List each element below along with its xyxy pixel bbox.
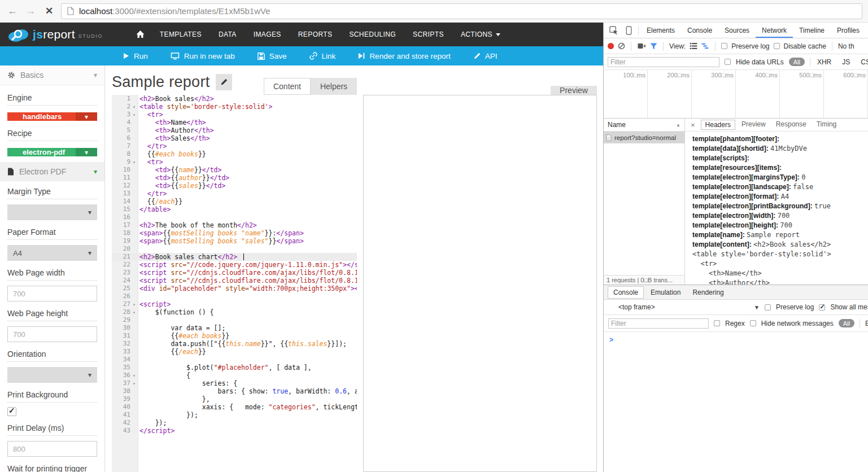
devtools-tab-profiles[interactable]: Profiles xyxy=(831,23,866,38)
code-line[interactable]: 31 {{#each books}} xyxy=(112,332,357,340)
filter-type-xhr[interactable]: XHR xyxy=(815,58,833,66)
hide-network-messages-checkbox[interactable] xyxy=(750,320,756,326)
code-line[interactable]: 40 xaxis: { mode: "categories", tickLeng… xyxy=(112,403,357,411)
console-tab-rendering[interactable]: Rendering xyxy=(687,287,729,298)
code-line[interactable]: 11 <td>{{author}}</td> xyxy=(112,174,357,182)
fold-marker-icon[interactable]: ▾ xyxy=(130,379,138,387)
requests-header[interactable]: Name ▲ xyxy=(604,119,684,132)
collapse-icon[interactable]: ▾ xyxy=(94,71,97,79)
regex-checkbox[interactable] xyxy=(714,320,720,326)
recipe-dropdown[interactable]: electron-pdf ▾ xyxy=(7,148,97,156)
device-mode-button[interactable] xyxy=(621,23,636,38)
code-line[interactable]: 38 bars: { show: true, barWidth: 0.6, al xyxy=(112,387,357,395)
fold-marker-icon[interactable]: ▾ xyxy=(130,158,138,166)
nav-item-images[interactable]: IMAGES xyxy=(245,23,290,46)
code-line[interactable]: 5 <th>Author</th> xyxy=(112,126,357,134)
code-line[interactable]: 15</table> xyxy=(112,206,357,213)
camera-icon[interactable] xyxy=(637,43,646,49)
request-row[interactable]: report?studio=normal xyxy=(604,132,684,143)
code-line[interactable]: 21<h2>Book sales chart</h2> xyxy=(112,253,357,261)
input-web-page-width[interactable]: 700 xyxy=(7,286,97,301)
code-line[interactable]: 6 <th>Sales</th> xyxy=(112,134,357,142)
render-store-button[interactable]: Render and store report xyxy=(347,46,461,65)
clear-icon[interactable] xyxy=(618,42,625,50)
console-tab-emulation[interactable]: Emulation xyxy=(645,287,686,298)
code-line[interactable]: 7 </tr> xyxy=(112,142,357,150)
fold-marker-icon[interactable]: ▾ xyxy=(130,308,138,316)
devtools-tab-network[interactable]: Network xyxy=(756,23,793,38)
nav-item-templates[interactable]: TEMPLATES xyxy=(151,23,210,46)
preview-pane[interactable] xyxy=(363,95,597,472)
devtools-tab-resou[interactable]: Resou xyxy=(866,23,868,38)
code-line[interactable]: 12 <td>{{sales}}</td> xyxy=(112,182,357,190)
devtools-tab-elements[interactable]: Elements xyxy=(640,23,681,38)
code-line[interactable]: 18<span>{{mostSelling books "name"}}:</s… xyxy=(112,229,357,237)
details-tab-headers[interactable]: Headers xyxy=(701,120,735,130)
nav-item-reports[interactable]: REPORTS xyxy=(290,23,341,46)
code-line[interactable]: 2▾<table style='border-style:solid'> xyxy=(112,103,357,111)
code-line[interactable]: 39 }, xyxy=(112,395,357,403)
edit-title-button[interactable] xyxy=(216,74,232,90)
code-line[interactable]: 33 {{/each}} xyxy=(112,348,357,356)
code-line[interactable]: 25<div id="placeholder" style="width:700… xyxy=(112,285,357,292)
chevron-down-icon[interactable]: ▾ xyxy=(94,168,97,176)
code-line[interactable]: 1<h2>Book sales</h2> xyxy=(112,95,357,103)
tab-helpers[interactable]: Helpers xyxy=(311,78,357,95)
inspect-element-button[interactable] xyxy=(606,23,621,38)
api-button[interactable]: API xyxy=(462,46,509,65)
console-filter-input[interactable]: Filter xyxy=(608,318,709,329)
record-icon[interactable] xyxy=(608,43,614,49)
show-all-messages-checkbox[interactable] xyxy=(819,304,825,311)
details-tab-timing[interactable]: Timing xyxy=(813,120,841,130)
filter-funnel-icon[interactable] xyxy=(650,43,657,50)
tab-preview[interactable]: Preview xyxy=(551,86,597,95)
console-messages[interactable]: > xyxy=(604,332,868,472)
code-line[interactable]: 10 <td>{{name}}</td> xyxy=(112,166,357,174)
code-line[interactable]: 41 }); xyxy=(112,411,357,419)
run-button[interactable]: Run xyxy=(112,46,159,65)
fold-marker-icon[interactable]: ▾ xyxy=(130,372,138,379)
devtools-tab-console[interactable]: Console xyxy=(681,23,718,38)
input-web-page-height[interactable]: 700 xyxy=(7,326,97,342)
stop-icon[interactable]: ✕ xyxy=(42,5,56,17)
electron-pdf-section-header[interactable]: Electron PDF ▾ xyxy=(0,162,104,181)
network-overview[interactable]: 100□ms200□ms300□ms400□ms500□ms600□ms xyxy=(604,70,868,119)
nav-item-scripts[interactable]: SCRIPTS xyxy=(404,23,452,46)
link-button[interactable]: Link xyxy=(298,46,347,65)
chevron-down-icon[interactable]: ▾ xyxy=(76,148,97,156)
code-line[interactable]: 3▾ <tr> xyxy=(112,111,357,119)
code-line[interactable]: 37▾ series: { xyxy=(112,379,357,387)
back-icon[interactable]: ← xyxy=(6,5,19,17)
code-line[interactable]: 29 xyxy=(112,316,357,324)
console-all-pill[interactable]: All xyxy=(839,319,854,327)
fold-marker-icon[interactable]: ▾ xyxy=(130,103,138,111)
forward-icon[interactable]: → xyxy=(24,5,37,17)
console-preserve-log-checkbox[interactable] xyxy=(765,304,771,311)
details-tab-preview[interactable]: Preview xyxy=(738,120,770,130)
code-line[interactable]: 23<script src="//cdnjs.cloudflare.com/aj… xyxy=(112,269,357,277)
chevron-down-icon[interactable]: ▾ xyxy=(76,112,97,121)
nav-item-data[interactable]: DATA xyxy=(210,23,245,46)
code-line[interactable]: 24<script src="//cdnjs.cloudflare.com/aj… xyxy=(112,277,357,285)
code-line[interactable]: 42 }); xyxy=(112,419,357,427)
code-line[interactable]: 27▾<script> xyxy=(112,300,357,308)
frame-select[interactable]: <top frame> ▼ xyxy=(618,303,760,311)
code-line[interactable]: 32 data.push(["{{this.name}}", {{this.sa… xyxy=(112,340,357,348)
fold-marker-icon[interactable]: ▾ xyxy=(130,300,138,308)
code-line[interactable]: 28▾ $(function () { xyxy=(112,308,357,316)
basics-section-header[interactable]: Basics ▾ xyxy=(0,65,104,85)
close-icon[interactable]: × xyxy=(689,121,697,129)
console-tab-console[interactable]: Console xyxy=(608,286,644,299)
select-orientation[interactable]: ▾ xyxy=(7,367,97,383)
console-errors-filter[interactable]: Errors xyxy=(865,320,868,327)
nav-item-scheduling[interactable]: SCHEDULING xyxy=(341,23,404,46)
run-new-tab-button[interactable]: Run in new tab xyxy=(159,46,246,65)
code-line[interactable]: 30 var data = []; xyxy=(112,324,357,332)
code-line[interactable]: 35 $.plot("#placeholder", [ data ], xyxy=(112,364,357,372)
checkbox-print-background[interactable] xyxy=(7,407,16,416)
nav-item-actions[interactable]: ACTIONS xyxy=(452,23,509,46)
filter-all-pill[interactable]: All xyxy=(789,58,805,66)
code-line[interactable]: 9▾ <tr> xyxy=(112,158,357,166)
preserve-log-checkbox[interactable] xyxy=(721,43,727,49)
code-line[interactable]: 36▾ { xyxy=(112,372,357,379)
